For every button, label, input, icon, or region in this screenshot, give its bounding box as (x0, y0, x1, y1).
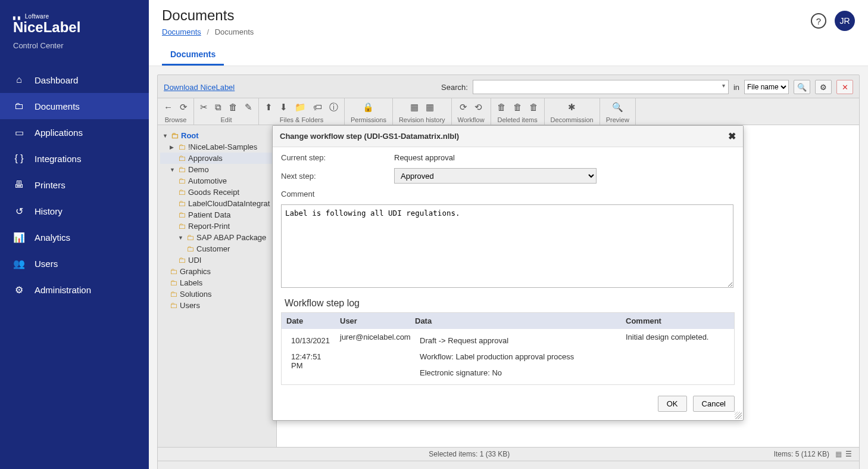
current-step-value: Request approval (394, 153, 455, 162)
top-icons: ? JR (811, 11, 855, 31)
upload-icon[interactable]: ⬆ (265, 102, 273, 115)
newlabel-icon[interactable]: 🏷 (313, 102, 322, 115)
nav-administration[interactable]: ⚙Administration (0, 277, 149, 303)
workflow-dialog: Change workflow step (UDI-GS1-Datamatrix… (272, 125, 744, 421)
nav-dashboard[interactable]: ⌂Dashboard (0, 67, 149, 93)
refresh-icon[interactable]: ⟳ (180, 102, 188, 115)
tree-item[interactable]: ▶🗀!NiceLabel-Samples (160, 141, 274, 153)
nav-label: Documents (35, 101, 80, 111)
folder-icon: 🗀 (178, 176, 186, 185)
tree-item[interactable]: 🗀LabelCloudDataIntegrat (160, 198, 274, 209)
cut-icon[interactable]: ✂ (200, 102, 208, 115)
workflow2-icon[interactable]: ⟲ (474, 102, 482, 115)
copy-icon[interactable]: ⧉ (215, 102, 221, 115)
dialog-title: Change workflow step (UDI-GS1-Datamatrix… (280, 132, 459, 141)
tree-item-sap[interactable]: ▼🗀SAP ABAP Package (160, 232, 274, 243)
trash2-icon[interactable]: 🗑 (513, 102, 522, 115)
tree-item-approvals[interactable]: 🗀Approvals (160, 153, 274, 164)
search-clear-button[interactable]: ✕ (836, 80, 853, 94)
cell-data: Draft -> Request approval Workflow: Labe… (410, 329, 621, 384)
status-bar: Selected items: 1 (33 KB) Items: 5 (112 … (158, 447, 859, 461)
nav-history[interactable]: ↺History (0, 198, 149, 224)
folder-icon: 🗀 (170, 278, 177, 287)
dialog-title-bar[interactable]: Change workflow step (UDI-GS1-Datamatrix… (273, 126, 743, 147)
folder-icon: 🗀 (178, 256, 186, 265)
download-icon[interactable]: ⬇ (280, 102, 288, 115)
tb-files: ⬆⬇📁🏷ⓘFiles & Folders (259, 98, 345, 125)
resize-grip[interactable] (735, 412, 742, 419)
search-button[interactable]: 🔍 (794, 80, 810, 94)
delete-icon[interactable]: 🗑 (229, 102, 238, 115)
tb-edit: ✂⧉🗑✎Edit (194, 98, 259, 125)
cell-date: 10/13/2021 12:47:51 PM (282, 329, 335, 384)
tree-item[interactable]: 🗀Customer (160, 243, 274, 254)
search-field-select[interactable]: File name (744, 80, 789, 94)
tree-item-demo[interactable]: ▼🗀Demo (160, 164, 274, 175)
grid-view-icon[interactable]: ▦ (835, 450, 842, 458)
tb-workflow: ⟳⟲Workflow (452, 98, 491, 125)
folder-icon: 🗀 (13, 100, 25, 112)
dialog-footer: OK Cancel (273, 390, 743, 420)
tree-item[interactable]: 🗀Users (160, 300, 274, 311)
home-icon: ⌂ (13, 74, 25, 86)
printer-icon: 🖶 (13, 179, 25, 191)
next-step-label: Next step: (281, 172, 394, 181)
preview-icon[interactable]: 🔍 (612, 102, 623, 115)
avatar[interactable]: JR (835, 11, 855, 31)
edit-icon[interactable]: ✎ (245, 102, 252, 115)
nav-users[interactable]: 👥Users (0, 250, 149, 277)
back-icon[interactable]: ← (164, 102, 173, 115)
tree-item[interactable]: 🗀Goods Receipt (160, 187, 274, 198)
breadcrumb-sep: / (207, 27, 209, 36)
tree-item[interactable]: 🗀UDI (160, 254, 274, 266)
revision-icon[interactable]: ▦ (410, 102, 419, 115)
tb-permissions: 🔒Permissions (345, 98, 393, 125)
next-step-select[interactable]: Approved (394, 168, 597, 184)
brand-sub: Control Center (13, 41, 136, 50)
tabs: Documents (162, 45, 855, 66)
close-icon[interactable]: ✖ (728, 131, 736, 142)
logo: ▖▖ Loftware NiceLabel Control Center (0, 0, 149, 56)
trash1-icon[interactable]: 🗑 (497, 102, 506, 115)
nav-printers[interactable]: 🖶Printers (0, 172, 149, 198)
tree-item[interactable]: 🗀Solutions (160, 288, 274, 300)
sidebar: ▖▖ Loftware NiceLabel Control Center ⌂Da… (0, 0, 149, 469)
workflow-icon[interactable]: ⟳ (460, 102, 467, 115)
tree-item[interactable]: 🗀Labels (160, 277, 274, 288)
revision2-icon[interactable]: ▦ (426, 102, 434, 115)
folder-icon: 🗀 (178, 199, 186, 208)
search-input[interactable] (473, 80, 729, 94)
trash3-icon[interactable]: 🗑 (529, 102, 538, 115)
list-view-icon[interactable]: ☰ (845, 450, 852, 458)
folder-icon: 🗀 (186, 244, 194, 253)
download-link[interactable]: Download NiceLabel (164, 83, 235, 92)
nav-analytics[interactable]: 📊Analytics (0, 224, 149, 250)
decommission-icon[interactable]: ✱ (568, 102, 576, 115)
comment-textarea[interactable] (281, 204, 733, 288)
folder-icon: 🗀 (178, 154, 186, 163)
cancel-button[interactable]: Cancel (693, 396, 735, 412)
tree-root[interactable]: ▼🗀Root (160, 130, 274, 141)
tab-documents[interactable]: Documents (162, 45, 224, 66)
folder-icon: 🗀 (178, 222, 186, 231)
tree-item[interactable]: 🗀Patient Data (160, 209, 274, 220)
ok-button[interactable]: OK (658, 396, 687, 412)
breadcrumb-root[interactable]: Documents (162, 27, 201, 36)
nav-documents[interactable]: 🗀Documents (0, 93, 149, 119)
nav-applications[interactable]: ▭Applications (0, 119, 149, 145)
newfolder-icon[interactable]: 📁 (295, 102, 306, 115)
tree-item[interactable]: 🗀Graphics (160, 266, 274, 277)
nav: ⌂Dashboard 🗀Documents ▭Applications { }I… (0, 67, 149, 303)
nav-integrations[interactable]: { }Integrations (0, 145, 149, 172)
searchbar: Download NiceLabel Search: ▾ in File nam… (158, 75, 859, 98)
lock-icon[interactable]: 🔒 (363, 102, 374, 115)
tree-item[interactable]: 🗀Report-Print (160, 220, 274, 232)
users-icon: 👥 (13, 257, 25, 269)
chevron-down-icon[interactable]: ▾ (722, 82, 725, 89)
info-icon[interactable]: ⓘ (329, 102, 338, 115)
tree-item[interactable]: 🗀Automotive (160, 175, 274, 187)
nav-label: Applications (35, 128, 83, 138)
help-icon[interactable]: ? (811, 13, 826, 29)
search-settings-button[interactable]: ⚙ (815, 80, 832, 94)
folder-icon: 🗀 (178, 210, 186, 219)
